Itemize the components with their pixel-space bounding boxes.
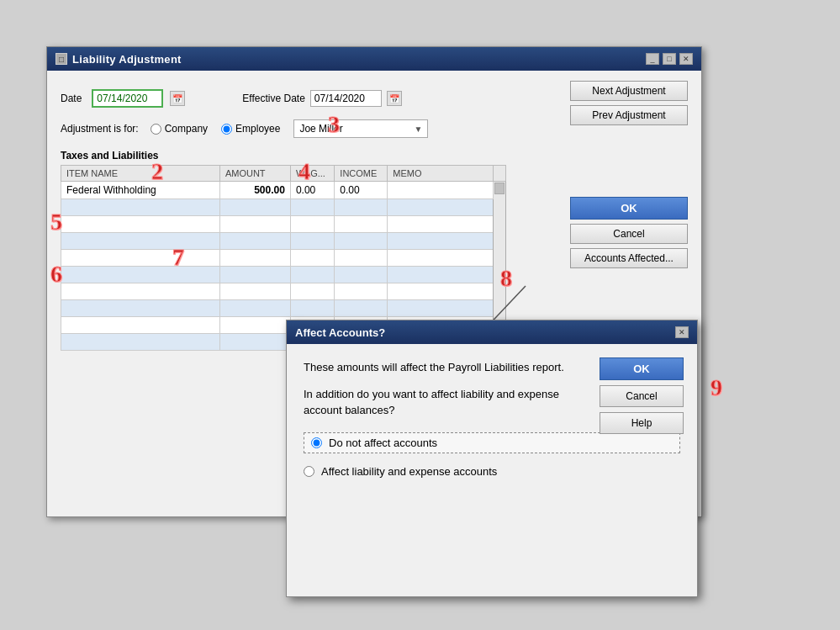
- affect-liability-radio[interactable]: [304, 466, 314, 477]
- radio-group: Company Employee Joe Miller ▼: [151, 119, 429, 138]
- memo-cell: [388, 182, 494, 199]
- employee-dropdown[interactable]: Joe Miller ▼: [293, 119, 428, 138]
- table-row: [61, 233, 506, 250]
- maximize-button[interactable]: □: [663, 53, 676, 65]
- top-buttons: Next Adjustment Prev Adjustment: [570, 81, 688, 125]
- effective-date-input[interactable]: [310, 90, 382, 107]
- affect-body-text: These amounts will affect the Payroll Li…: [304, 359, 589, 376]
- affect-help-button[interactable]: Help: [600, 412, 684, 434]
- table-row: [61, 250, 506, 267]
- employee-radio-label[interactable]: Employee: [221, 123, 280, 135]
- company-label: Company: [165, 123, 208, 135]
- cancel-button[interactable]: Cancel: [570, 224, 688, 244]
- adjustment-label: Adjustment is for:: [61, 123, 139, 135]
- effective-date-section: Effective Date 📅: [242, 90, 401, 107]
- date-label: Date: [61, 93, 82, 104]
- table-row: [61, 199, 506, 216]
- affect-cancel-button[interactable]: Cancel: [600, 385, 684, 407]
- col-amount: AMOUNT: [219, 166, 290, 182]
- col-income: INCOME: [335, 166, 388, 182]
- annotation-9: 9: [711, 374, 722, 401]
- title-bar-controls: _ □ ✕: [646, 53, 693, 65]
- date-calendar-icon[interactable]: 📅: [170, 91, 185, 106]
- affect-question-text: In addition do you want to affect liabil…: [304, 386, 589, 419]
- do-not-affect-radio[interactable]: [311, 437, 322, 448]
- employee-label: Employee: [235, 123, 280, 135]
- affect-liability-label[interactable]: Affect liability and expense accounts: [304, 465, 680, 478]
- window-icon[interactable]: □: [55, 53, 67, 65]
- affect-liability-text: Affect liability and expense accounts: [321, 465, 497, 478]
- window-body: Next Adjustment Prev Adjustment Date 📅 E…: [47, 71, 701, 361]
- col-item-name: ITEM NAME: [61, 166, 220, 182]
- affect-dialog-title: Affect Accounts?: [295, 326, 385, 339]
- do-not-affect-text: Do not affect accounts: [329, 437, 437, 449]
- minimize-button[interactable]: _: [646, 53, 659, 65]
- company-radio-label[interactable]: Company: [151, 123, 208, 135]
- title-bar: □ Liability Adjustment _ □ ✕: [47, 47, 701, 71]
- effective-date-label: Effective Date: [242, 93, 304, 104]
- table-row: [61, 283, 506, 300]
- col-memo: MEMO: [388, 166, 494, 182]
- accounts-affected-button[interactable]: Accounts Affected...: [570, 248, 688, 268]
- table-row: [61, 300, 506, 317]
- window-title: Liability Adjustment: [72, 53, 182, 66]
- prev-adjustment-button[interactable]: Prev Adjustment: [570, 105, 688, 125]
- affect-title-bar: Affect Accounts? ✕: [287, 320, 697, 344]
- company-radio[interactable]: [151, 124, 161, 135]
- close-button[interactable]: ✕: [679, 53, 693, 65]
- wage-cell: 0.00: [290, 182, 334, 199]
- col-wage: WAG...: [290, 166, 334, 182]
- affect-dialog: Affect Accounts? ✕ These amounts will af…: [286, 320, 698, 597]
- date-input[interactable]: [92, 89, 163, 108]
- scrollbar-header: [494, 166, 506, 182]
- do-not-affect-label[interactable]: Do not affect accounts: [304, 432, 680, 453]
- next-adjustment-button[interactable]: Next Adjustment: [570, 81, 688, 101]
- scrollbar-thumb[interactable]: [494, 183, 505, 194]
- amount-cell: 500.00: [219, 182, 290, 199]
- taxes-label: Taxes and Liabilities: [61, 150, 688, 161]
- employee-radio[interactable]: [221, 124, 232, 135]
- affect-radio-group: Do not affect accounts Affect liability …: [304, 432, 680, 478]
- item-name-cell: Federal Withholding: [61, 182, 220, 199]
- table-row: [61, 216, 506, 233]
- employee-name: Joe Miller: [299, 123, 342, 135]
- affect-ok-button[interactable]: OK: [600, 357, 684, 380]
- ok-button[interactable]: OK: [570, 197, 688, 220]
- income-cell: 0.00: [335, 182, 388, 199]
- table-row: Federal Withholding 500.00 0.00 0.00: [61, 182, 506, 199]
- table-row: [61, 267, 506, 283]
- title-bar-left: □ Liability Adjustment: [55, 53, 182, 66]
- affect-close-button[interactable]: ✕: [675, 326, 689, 338]
- affect-dialog-buttons: OK Cancel Help: [600, 357, 684, 434]
- action-buttons: OK Cancel Accounts Affected...: [570, 197, 688, 268]
- affect-dialog-body: These amounts will affect the Payroll Li…: [287, 344, 697, 493]
- effective-calendar-icon[interactable]: 📅: [387, 91, 402, 106]
- dropdown-arrow-icon: ▼: [415, 124, 423, 134]
